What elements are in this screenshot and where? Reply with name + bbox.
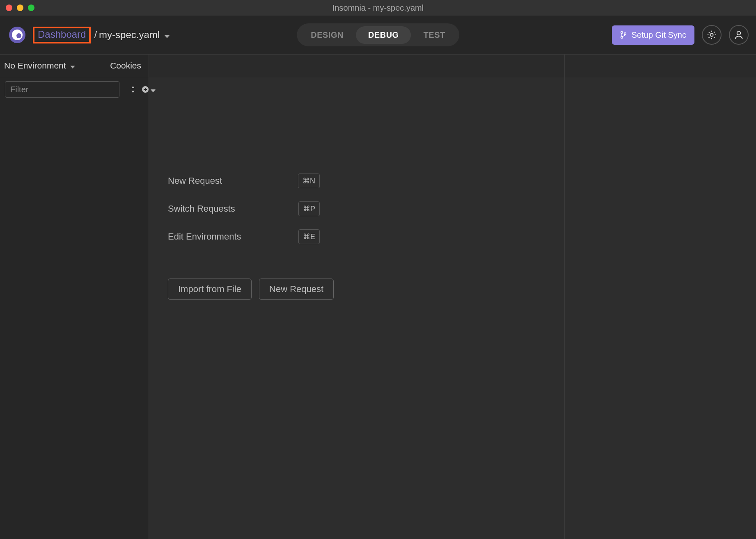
center-panel-header bbox=[149, 55, 565, 77]
svg-point-4 bbox=[737, 31, 741, 35]
shortcut-switch-requests: Switch Requests ⌘P bbox=[168, 201, 320, 216]
account-button[interactable] bbox=[729, 25, 749, 45]
right-panel-header bbox=[565, 55, 756, 77]
setup-git-sync-button[interactable]: Setup Git Sync bbox=[612, 25, 694, 45]
shortcut-edit-environments: Edit Environments ⌘E bbox=[168, 229, 320, 244]
sidebar: No Environment Cookies bbox=[0, 55, 149, 539]
gear-icon bbox=[706, 30, 717, 40]
center-panel: New Request ⌘N Switch Requests ⌘P Edit E… bbox=[149, 77, 565, 539]
svg-point-2 bbox=[624, 33, 626, 35]
tab-design[interactable]: DESIGN bbox=[298, 26, 356, 44]
user-icon bbox=[733, 30, 744, 40]
shortcut-label: New Request bbox=[168, 176, 222, 186]
mode-switch: DESIGN DEBUG TEST bbox=[297, 23, 459, 46]
chevron-down-icon bbox=[70, 61, 75, 71]
breadcrumb: Dashboard / my-spec.yaml bbox=[33, 27, 170, 43]
svg-point-1 bbox=[621, 37, 623, 39]
import-from-file-button[interactable]: Import from File bbox=[168, 279, 252, 300]
breadcrumb-file[interactable]: my-spec.yaml bbox=[99, 29, 160, 41]
app-header: Dashboard / my-spec.yaml DESIGN DEBUG TE… bbox=[0, 16, 756, 55]
breadcrumb-dashboard[interactable]: Dashboard bbox=[33, 27, 91, 43]
tab-debug[interactable]: DEBUG bbox=[356, 26, 411, 44]
shortcut-key: ⌘N bbox=[298, 174, 320, 188]
filter-input[interactable] bbox=[5, 81, 119, 98]
titlebar: Insomnia - my-spec.yaml bbox=[0, 0, 756, 16]
insomnia-logo-icon[interactable] bbox=[9, 27, 25, 43]
svg-point-3 bbox=[710, 33, 713, 36]
shortcut-label: Switch Requests bbox=[168, 203, 235, 214]
breadcrumb-caret-icon[interactable] bbox=[165, 29, 170, 41]
right-panel bbox=[565, 77, 756, 539]
plus-circle-icon bbox=[142, 86, 149, 93]
tab-test[interactable]: TEST bbox=[411, 26, 458, 44]
shortcut-new-request: New Request ⌘N bbox=[168, 174, 320, 188]
sort-button[interactable] bbox=[130, 85, 136, 94]
svg-point-0 bbox=[621, 32, 623, 34]
shortcut-label: Edit Environments bbox=[168, 231, 241, 242]
git-branch-icon bbox=[620, 31, 627, 39]
window-minimize-icon[interactable] bbox=[17, 5, 23, 11]
sort-icon bbox=[130, 85, 136, 94]
git-sync-label: Setup Git Sync bbox=[632, 30, 686, 40]
new-request-button[interactable]: New Request bbox=[259, 279, 334, 300]
window-maximize-icon[interactable] bbox=[28, 5, 34, 11]
shortcut-key: ⌘E bbox=[298, 229, 320, 244]
window-title: Insomnia - my-spec.yaml bbox=[332, 3, 424, 13]
window-controls bbox=[6, 5, 34, 11]
main-area: No Environment Cookies bbox=[0, 55, 756, 539]
shortcut-key: ⌘P bbox=[298, 201, 320, 216]
breadcrumb-separator: / bbox=[94, 29, 97, 41]
window-close-icon[interactable] bbox=[6, 5, 12, 11]
environment-selector[interactable]: No Environment bbox=[4, 61, 75, 71]
settings-button[interactable] bbox=[702, 25, 722, 45]
environment-label: No Environment bbox=[4, 61, 66, 71]
panels-headerbar bbox=[149, 55, 756, 77]
cookies-button[interactable]: Cookies bbox=[110, 61, 141, 71]
